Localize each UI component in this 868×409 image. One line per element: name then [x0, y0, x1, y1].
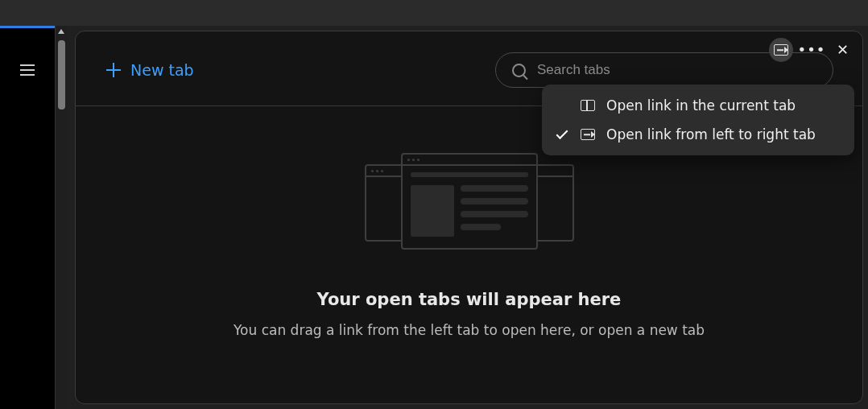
sidebar [0, 26, 55, 409]
close-icon: ✕ [837, 43, 849, 57]
new-tab-button[interactable]: New tab [105, 58, 196, 82]
check-icon [556, 127, 568, 139]
empty-state: Your open tabs will appear here You can … [105, 153, 833, 338]
hamburger-button[interactable] [16, 59, 39, 81]
menu-item-left-right[interactable]: Open link from left to right tab [542, 120, 854, 149]
hamburger-icon [20, 64, 35, 76]
close-pane-button[interactable]: ✕ [830, 38, 854, 62]
new-tab-label: New tab [130, 61, 194, 79]
pane-controls: ••• ✕ [769, 38, 854, 62]
more-icon: ••• [798, 43, 826, 57]
window-titlebar [0, 0, 868, 26]
menu-item-current-tab[interactable]: Open link in the current tab [542, 91, 854, 120]
scrollbar[interactable] [55, 26, 67, 409]
empty-subtitle: You can drag a link from the left tab to… [105, 322, 833, 338]
app-shell: ••• ✕ New tab [0, 26, 868, 409]
menu-item-label: Open link from left to right tab [606, 126, 816, 143]
tabs-pane: ••• ✕ New tab [75, 31, 863, 404]
empty-illustration [365, 153, 574, 258]
open-right-icon [774, 44, 788, 56]
layout-menu: Open link in the current tab Open link f… [542, 85, 854, 155]
empty-title: Your open tabs will appear here [105, 290, 833, 309]
split-layout-icon [581, 100, 595, 111]
search-input[interactable] [537, 62, 816, 78]
search-icon [512, 64, 526, 77]
menu-item-label: Open link in the current tab [606, 97, 796, 114]
check-slot [555, 134, 569, 136]
scroll-up-icon [58, 29, 64, 34]
layout-button[interactable] [769, 38, 793, 62]
scroll-thumb[interactable] [58, 40, 65, 109]
open-right-icon [581, 129, 595, 140]
plus-icon [106, 63, 121, 77]
more-button[interactable]: ••• [800, 38, 824, 62]
